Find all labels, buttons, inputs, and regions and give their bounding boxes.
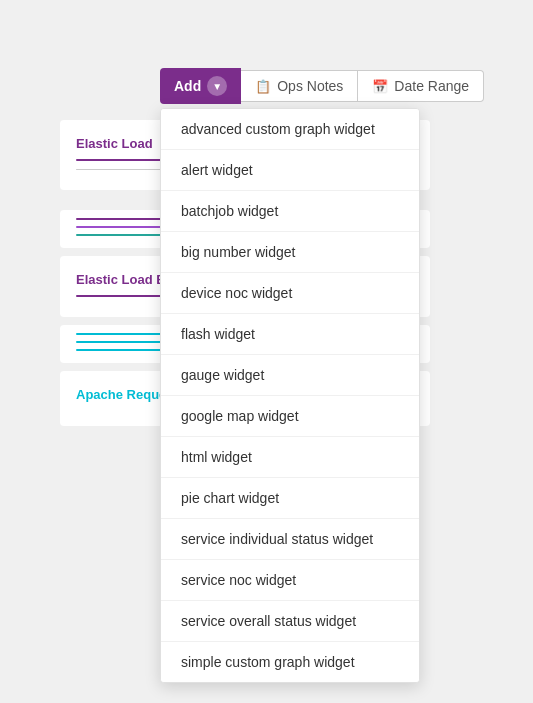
date-range-button[interactable]: 📅 Date Range xyxy=(358,70,484,102)
dropdown-item-1[interactable]: alert widget xyxy=(161,150,419,191)
dropdown-item-3[interactable]: big number widget xyxy=(161,232,419,273)
toolbar: Add ▼ 📋 Ops Notes 📅 Date Range xyxy=(160,68,484,104)
dropdown-item-2[interactable]: batchjob widget xyxy=(161,191,419,232)
dropdown-item-4[interactable]: device noc widget xyxy=(161,273,419,314)
date-range-label: Date Range xyxy=(394,78,469,94)
dropdown-item-12[interactable]: service overall status widget xyxy=(161,601,419,642)
dropdown-item-11[interactable]: service noc widget xyxy=(161,560,419,601)
calendar-icon: 📅 xyxy=(372,79,388,94)
notepad-icon: 📋 xyxy=(255,79,271,94)
dropdown-item-10[interactable]: service individual status widget xyxy=(161,519,419,560)
dropdown-item-6[interactable]: gauge widget xyxy=(161,355,419,396)
add-button[interactable]: Add ▼ xyxy=(160,68,241,104)
dropdown-arrow-icon[interactable]: ▼ xyxy=(207,76,227,96)
ops-notes-label: Ops Notes xyxy=(277,78,343,94)
dropdown-item-8[interactable]: html widget xyxy=(161,437,419,478)
dropdown-item-5[interactable]: flash widget xyxy=(161,314,419,355)
dropdown-item-0[interactable]: advanced custom graph widget xyxy=(161,109,419,150)
dropdown-item-9[interactable]: pie chart widget xyxy=(161,478,419,519)
dropdown-item-7[interactable]: google map widget xyxy=(161,396,419,437)
add-dropdown-menu: advanced custom graph widgetalert widget… xyxy=(160,108,420,683)
dropdown-item-13[interactable]: simple custom graph widget xyxy=(161,642,419,682)
add-label: Add xyxy=(174,78,201,94)
ops-notes-button[interactable]: 📋 Ops Notes xyxy=(241,70,358,102)
